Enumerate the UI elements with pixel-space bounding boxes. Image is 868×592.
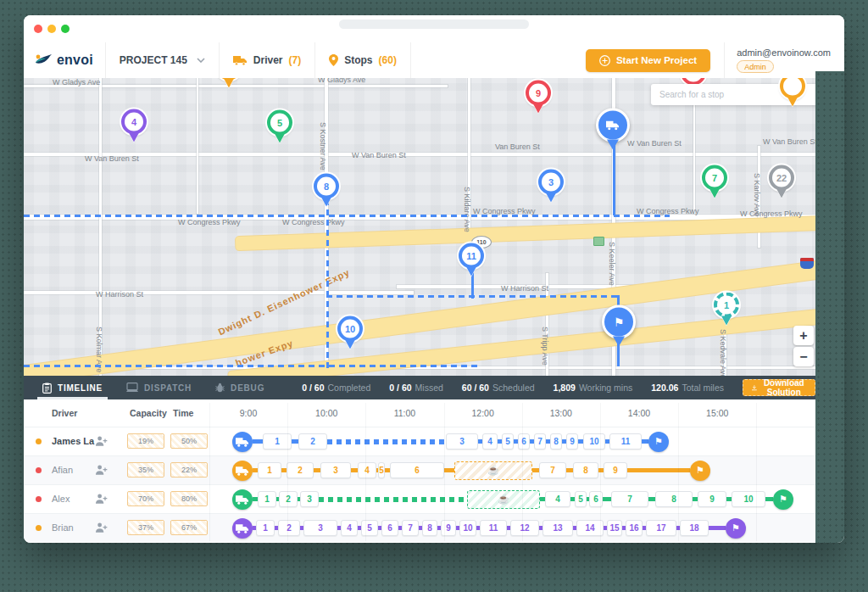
account-menu[interactable]: admin@envoinow.com Admin	[725, 47, 844, 73]
gantt-stop-8[interactable]: 8	[573, 462, 598, 478]
gantt-stop-5[interactable]: 5	[361, 520, 378, 536]
gantt-stop-3[interactable]: 3	[446, 433, 478, 450]
add-person-icon[interactable]	[95, 435, 108, 447]
gantt-end-flag[interactable]: ⚑	[648, 432, 669, 452]
gantt-stop-2[interactable]: 2	[279, 491, 298, 507]
map-pin-5[interactable]: 5	[267, 110, 292, 143]
gantt-stop-4[interactable]: 4	[341, 520, 358, 536]
gantt-end-flag[interactable]: ⚑	[773, 489, 793, 510]
project-switcher[interactable]: PROJECT 145	[106, 42, 219, 78]
gantt-start-truck[interactable]	[232, 432, 253, 452]
gantt-stop-4[interactable]: 4	[545, 491, 570, 507]
gantt-stop-1[interactable]: 1	[256, 520, 275, 536]
tab-label: DISPATCH	[144, 383, 192, 393]
gantt-stop-5[interactable]: 5	[575, 491, 587, 507]
gantt-stop-5[interactable]: 5	[502, 433, 514, 450]
map-pin-1[interactable]: 1	[714, 293, 739, 326]
route-end-flag-marker[interactable]: ⚑	[602, 305, 636, 347]
gantt-start-truck[interactable]	[232, 461, 253, 481]
gantt-stop-2[interactable]: 2	[298, 433, 327, 450]
map-pin-3[interactable]: 3	[538, 170, 564, 203]
gantt-stop-9[interactable]: 9	[698, 491, 726, 507]
gantt-start-truck[interactable]	[232, 518, 253, 539]
map-zoom-controls: + −	[793, 326, 814, 366]
gantt-start-truck[interactable]	[232, 489, 253, 510]
gantt-stop-13[interactable]: 13	[542, 520, 573, 536]
add-person-icon[interactable]	[95, 522, 108, 533]
gantt-stop-7[interactable]: 7	[402, 520, 419, 536]
gantt-stop-9[interactable]: 9	[441, 520, 456, 536]
driver-menu[interactable]: Driver (7)	[220, 42, 314, 78]
gantt-stop-17[interactable]: 17	[646, 520, 676, 536]
gantt-stop-15[interactable]: 15	[607, 520, 622, 536]
stops-menu[interactable]: Stops (60)	[315, 42, 410, 78]
map-pin-22[interactable]: 22	[769, 165, 794, 198]
gantt-stop-18[interactable]: 18	[680, 520, 709, 536]
gantt-break-block[interactable]: ☕	[467, 490, 540, 509]
gantt-stop-8[interactable]: 8	[422, 520, 437, 536]
gantt-stop-9[interactable]: 9	[604, 462, 627, 478]
gantt-stop-2[interactable]: 2	[278, 520, 300, 536]
gantt-travel-line	[648, 497, 655, 501]
gantt-stop-3[interactable]: 3	[300, 491, 319, 507]
gantt-stop-6[interactable]: 6	[390, 462, 444, 478]
fullscreen-button[interactable]	[61, 25, 70, 33]
gantt-stop-6[interactable]: 6	[589, 491, 603, 507]
gantt-end-flag[interactable]: ⚑	[690, 461, 710, 481]
gantt-stop-16[interactable]: 16	[626, 520, 643, 536]
tab-timeline[interactable]: TIMELINE	[42, 376, 103, 399]
gantt-stop-10[interactable]: 10	[732, 491, 765, 507]
gantt-stop-10[interactable]: 10	[459, 520, 476, 536]
map-pin-7[interactable]: 7	[702, 165, 727, 198]
zoom-in-button[interactable]: +	[793, 326, 814, 345]
gantt-stop-8[interactable]: 8	[550, 433, 562, 450]
minimize-button[interactable]	[47, 25, 56, 33]
zoom-out-button[interactable]: −	[793, 347, 814, 366]
gantt-stop-5[interactable]: 5	[378, 462, 385, 478]
add-person-icon[interactable]	[95, 464, 108, 476]
gantt-break-block[interactable]: ☕	[454, 461, 532, 480]
gantt-stop-1[interactable]: 1	[258, 491, 276, 507]
gantt-stop-4[interactable]: 4	[358, 462, 376, 478]
gantt-stop-6[interactable]: 6	[381, 520, 398, 536]
map-pin-partial[interactable]	[216, 78, 242, 88]
map-pin-8[interactable]: 8	[314, 174, 339, 207]
gantt-stop-14[interactable]: 14	[576, 520, 604, 536]
gantt-stop-2[interactable]: 2	[287, 462, 314, 478]
gantt-stop-7[interactable]: 7	[539, 462, 566, 478]
gantt-stop-9[interactable]: 9	[566, 433, 578, 450]
driver-row-brian[interactable]: Brian37%67%123456789101112131415161718⚑	[24, 513, 815, 542]
driver-row-james-la[interactable]: James La19%50%1234567891011⚑	[24, 427, 815, 455]
gantt-stop-4[interactable]: 4	[482, 433, 498, 450]
gantt-stop-10[interactable]: 10	[583, 433, 605, 450]
tab-debug[interactable]: DEBUG	[215, 376, 264, 399]
gantt-stop-1[interactable]: 1	[258, 462, 281, 478]
map-pin-11[interactable]: 11	[459, 243, 484, 276]
gantt-end-flag[interactable]: ⚑	[726, 518, 746, 539]
gantt-stop-7[interactable]: 7	[534, 433, 546, 450]
map-pin-partial[interactable]	[780, 78, 805, 107]
gantt-stop-11[interactable]: 11	[480, 520, 507, 536]
start-new-project-button[interactable]: Start New Project	[586, 49, 710, 72]
tab-dispatch[interactable]: DISPATCH	[126, 376, 192, 399]
gantt-stop-7[interactable]: 7	[611, 491, 648, 507]
address-bar[interactable]	[339, 20, 529, 29]
driver-row-afian[interactable]: Afian35%22%123456☕789⚑	[24, 455, 815, 484]
close-button[interactable]	[34, 25, 42, 33]
map-pin-10[interactable]: 10	[337, 316, 363, 349]
add-person-icon[interactable]	[95, 493, 108, 505]
gantt-stop-12[interactable]: 12	[510, 520, 539, 536]
map-pin-9[interactable]: 9	[526, 81, 551, 114]
driver-row-alex[interactable]: Alex70%80%123☕45678910⚑	[24, 484, 815, 513]
envoi-logo[interactable]: envoi	[24, 52, 105, 69]
gantt-stop-3[interactable]: 3	[320, 462, 351, 478]
gantt-stop-11[interactable]: 11	[609, 433, 642, 450]
map-canvas[interactable]: + − W Gladys AveW Gladys AveW Van Buren …	[24, 78, 815, 376]
gantt-stop-3[interactable]: 3	[303, 520, 337, 536]
download-solution-button[interactable]: Download Solution	[743, 379, 815, 396]
gantt-stop-8[interactable]: 8	[655, 491, 693, 507]
vehicle-marker[interactable]	[596, 109, 630, 150]
map-pin-4[interactable]: 4	[121, 109, 147, 142]
gantt-stop-1[interactable]: 1	[263, 433, 292, 450]
gantt-stop-6[interactable]: 6	[518, 433, 530, 450]
